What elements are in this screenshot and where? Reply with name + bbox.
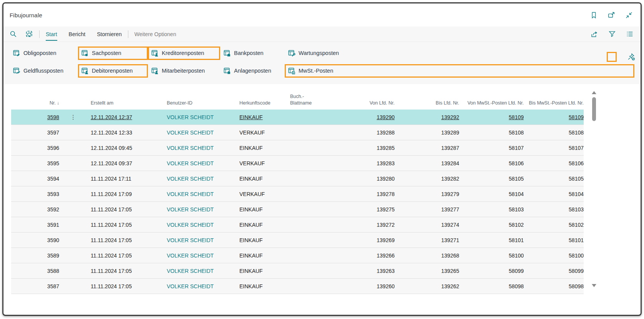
table-row[interactable]: 359211.11.2024 17:05VOLKER SCHEIDTEINKAU… bbox=[11, 202, 584, 217]
action-obligoposten[interactable]: Obligoposten bbox=[10, 47, 78, 60]
cell-herkunftscode[interactable]: EINKAUF bbox=[230, 268, 279, 274]
cell-von_lfd_nr[interactable]: 139288 bbox=[341, 130, 395, 136]
cell-benutzer_id[interactable]: VOLKER SCHEIDT bbox=[159, 130, 230, 136]
cell-von_lfd_nr[interactable]: 139272 bbox=[341, 222, 395, 228]
cell-benutzer_id[interactable]: VOLKER SCHEIDT bbox=[159, 222, 230, 228]
cell-herkunftscode[interactable]: EINKAUF bbox=[230, 283, 279, 289]
table-row[interactable]: 358911.11.2024 17:05VOLKER SCHEIDTEINKAU… bbox=[11, 248, 584, 263]
tab-stornieren[interactable]: Stornieren bbox=[97, 28, 122, 41]
cell-erstellt_am[interactable]: 11.11.2024 17:05 bbox=[81, 237, 159, 243]
action-mwst-posten[interactable]: MwSt.-Posten bbox=[285, 64, 634, 78]
cell-erstellt_am[interactable]: 11.11.2024 17:05 bbox=[81, 206, 159, 213]
action-anlagenposten[interactable]: Anlagenposten bbox=[220, 64, 285, 78]
cell-benutzer_id[interactable]: VOLKER SCHEIDT bbox=[159, 237, 230, 243]
cell-bis_lfd_nr[interactable]: 139282 bbox=[395, 176, 459, 182]
cell-von_mwst_posten_lfd_nr[interactable]: 58107 bbox=[459, 145, 524, 151]
cell-herkunftscode[interactable]: EINKAUF bbox=[230, 114, 279, 120]
cell-benutzer_id[interactable]: VOLKER SCHEIDT bbox=[159, 206, 230, 213]
action-sachposten[interactable]: Sachposten bbox=[78, 47, 148, 60]
cell-von_mwst_posten_lfd_nr[interactable]: 58101 bbox=[459, 237, 524, 243]
cell-herkunftscode[interactable]: EINKAUF bbox=[230, 206, 279, 213]
cell-nr[interactable]: 3588 bbox=[11, 268, 59, 274]
cell-bis_mwst_posten_lfd_nr[interactable]: 58104 bbox=[524, 191, 584, 197]
cell-erstellt_am[interactable]: 12.11.2024 09:45 bbox=[81, 145, 159, 151]
choose-columns-icon[interactable] bbox=[626, 30, 634, 38]
cell-herkunftscode[interactable]: VERKAUF bbox=[230, 130, 279, 136]
cell-von_lfd_nr[interactable]: 139269 bbox=[341, 237, 395, 243]
column-header-buch_blattname[interactable]: Buch.- Blattname bbox=[279, 93, 341, 110]
share-icon[interactable] bbox=[590, 30, 598, 38]
cell-benutzer_id[interactable]: VOLKER SCHEIDT bbox=[159, 145, 230, 151]
cell-von_lfd_nr[interactable]: 139283 bbox=[341, 160, 395, 166]
cell-von_lfd_nr[interactable]: 139285 bbox=[341, 145, 395, 151]
cell-nr[interactable]: 3593 bbox=[11, 191, 59, 197]
bookmark-icon[interactable] bbox=[590, 12, 598, 19]
cell-nr[interactable]: 3587 bbox=[11, 283, 59, 289]
column-header-bis_mwst_posten_lfd_nr[interactable]: Bis MwSt.-Posten Lfd. Nr. bbox=[524, 100, 584, 110]
cell-bis_mwst_posten_lfd_nr[interactable]: 58108 bbox=[524, 130, 584, 136]
cell-herkunftscode[interactable]: EINKAUF bbox=[230, 222, 279, 228]
cell-nr[interactable]: 3597 bbox=[11, 130, 59, 136]
cell-bis_lfd_nr[interactable]: 139268 bbox=[395, 253, 459, 259]
collapse-icon[interactable] bbox=[625, 12, 633, 19]
cell-erstellt_am[interactable]: 11.11.2024 17:09 bbox=[81, 191, 159, 197]
cell-herkunftscode[interactable]: EINKAUF bbox=[230, 237, 279, 243]
cell-nr[interactable]: 3595 bbox=[11, 160, 59, 166]
column-header-von_mwst_posten_lfd_nr[interactable]: Von MwSt.-Posten Lfd. Nr. bbox=[459, 100, 524, 110]
cell-bis_lfd_nr[interactable]: 139279 bbox=[395, 191, 459, 197]
table-row[interactable]: 358711.11.2024 17:05VOLKER SCHEIDTEINKAU… bbox=[11, 279, 584, 294]
table-row[interactable]: 359612.11.2024 09:45VOLKER SCHEIDTEINKAU… bbox=[11, 140, 584, 156]
action-debitorenposten[interactable]: Debitorenposten bbox=[78, 64, 148, 78]
column-header-bis_lfd_nr[interactable]: Bis Lfd. Nr. bbox=[395, 100, 459, 110]
cell-nr[interactable]: 3589 bbox=[11, 253, 59, 259]
cell-herkunftscode[interactable]: VERKAUF bbox=[230, 191, 279, 197]
cell-von_mwst_posten_lfd_nr[interactable]: 58099 bbox=[459, 268, 524, 274]
cell-benutzer_id[interactable]: VOLKER SCHEIDT bbox=[159, 253, 230, 259]
cell-von_lfd_nr[interactable]: 139275 bbox=[341, 206, 395, 213]
table-row[interactable]: 359712.11.2024 12:33VOLKER SCHEIDTVERKAU… bbox=[11, 125, 584, 140]
cell-benutzer_id[interactable]: VOLKER SCHEIDT bbox=[159, 114, 230, 120]
scroll-down-arrow-icon[interactable] bbox=[592, 284, 596, 287]
cell-erstellt_am[interactable]: 11.11.2024 17:05 bbox=[81, 268, 159, 274]
table-row[interactable]: 358811.11.2024 17:05VOLKER SCHEIDTEINKAU… bbox=[11, 263, 584, 279]
cell-von_mwst_posten_lfd_nr[interactable]: 58105 bbox=[459, 176, 524, 182]
cell-benutzer_id[interactable]: VOLKER SCHEIDT bbox=[159, 160, 230, 166]
column-header-herkunftscode[interactable]: Herkunftscode bbox=[230, 100, 279, 110]
cell-von_mwst_posten_lfd_nr[interactable]: 58104 bbox=[459, 191, 524, 197]
column-header-benutzer_id[interactable]: Benutzer-ID bbox=[159, 100, 230, 110]
cell-bis_mwst_posten_lfd_nr[interactable]: 58099 bbox=[524, 268, 584, 274]
cell-von_lfd_nr[interactable]: 139290 bbox=[341, 114, 395, 120]
cell-bis_mwst_posten_lfd_nr[interactable]: 58101 bbox=[524, 237, 584, 243]
cell-herkunftscode[interactable]: VERKAUF bbox=[230, 160, 279, 166]
cell-bis_lfd_nr[interactable]: 139274 bbox=[395, 222, 459, 228]
action-geldflussposten[interactable]: Geldflussposten bbox=[10, 64, 78, 78]
cell-bis_mwst_posten_lfd_nr[interactable]: 58098 bbox=[524, 283, 584, 289]
cell-von_lfd_nr[interactable]: 139280 bbox=[341, 176, 395, 182]
cell-bis_mwst_posten_lfd_nr[interactable]: 58100 bbox=[524, 253, 584, 259]
analysis-mode-icon[interactable] bbox=[25, 30, 33, 38]
table-row[interactable]: 359111.11.2024 17:05VOLKER SCHEIDTEINKAU… bbox=[11, 217, 584, 233]
cell-nr[interactable]: 3590 bbox=[11, 237, 59, 243]
cell-bis_mwst_posten_lfd_nr[interactable]: 58106 bbox=[524, 160, 584, 166]
cell-erstellt_am[interactable]: 12.11.2024 09:37 bbox=[81, 160, 159, 166]
cell-bis_lfd_nr[interactable]: 139271 bbox=[395, 237, 459, 243]
cell-erstellt_am[interactable]: 11.11.2024 17:05 bbox=[81, 283, 159, 289]
cell-von_mwst_posten_lfd_nr[interactable]: 58100 bbox=[459, 253, 524, 259]
cell-benutzer_id[interactable]: VOLKER SCHEIDT bbox=[159, 191, 230, 197]
table-row[interactable]: 359411.11.2024 17:11VOLKER SCHEIDTEINKAU… bbox=[11, 171, 584, 186]
cell-von_mwst_posten_lfd_nr[interactable]: 58098 bbox=[459, 283, 524, 289]
cell-von_lfd_nr[interactable]: 139266 bbox=[341, 253, 395, 259]
table-row[interactable]: 3598⋮12.11.2024 12:37VOLKER SCHEIDTEINKA… bbox=[11, 110, 584, 125]
filter-icon[interactable] bbox=[608, 30, 616, 38]
open-in-new-window-icon[interactable] bbox=[607, 12, 615, 19]
cell-nr[interactable]: 3592 bbox=[11, 206, 59, 213]
action-kreditorenposten[interactable]: Kreditorenposten bbox=[148, 47, 220, 60]
cell-von_mwst_posten_lfd_nr[interactable]: 58108 bbox=[459, 130, 524, 136]
cell-bis_lfd_nr[interactable]: 139292 bbox=[395, 114, 459, 120]
cell-benutzer_id[interactable]: VOLKER SCHEIDT bbox=[159, 176, 230, 182]
cell-von_mwst_posten_lfd_nr[interactable]: 58102 bbox=[459, 222, 524, 228]
cell-bis_lfd_nr[interactable]: 139277 bbox=[395, 206, 459, 213]
more-options-button[interactable]: Weitere Optionen bbox=[134, 31, 176, 37]
unpin-icon[interactable] bbox=[627, 53, 635, 61]
cell-von_lfd_nr[interactable]: 139263 bbox=[341, 268, 395, 274]
